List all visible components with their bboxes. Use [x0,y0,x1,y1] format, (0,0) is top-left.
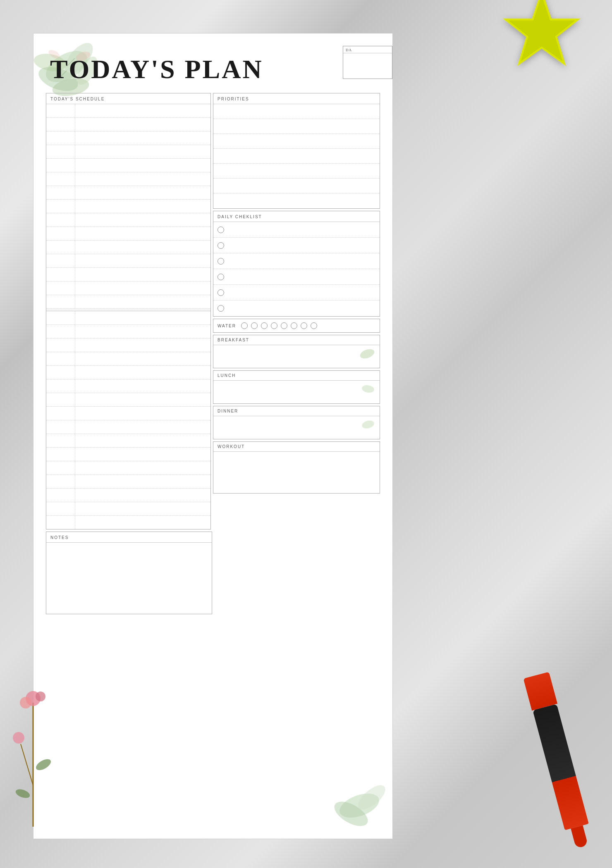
schedule-line[interactable] [75,254,210,267]
schedule-row[interactable] [46,200,210,213]
schedule-row[interactable] [46,145,210,159]
checklist-row[interactable] [213,269,380,285]
priority-row[interactable] [213,134,380,149]
schedule-row[interactable] [46,118,210,131]
schedule-row[interactable] [46,254,210,268]
schedule-row[interactable] [46,186,210,200]
priority-row[interactable] [213,119,380,134]
schedule-line[interactable] [75,311,210,324]
priority-row[interactable] [213,193,380,208]
schedule-row[interactable] [46,434,210,448]
water-circle-7[interactable] [301,322,307,329]
schedule-line[interactable] [75,379,210,393]
check-circle[interactable] [218,258,224,265]
schedule-line[interactable] [75,475,210,488]
schedule-line[interactable] [75,186,210,199]
checklist-text[interactable] [228,273,375,281]
checklist-text[interactable] [228,289,375,297]
schedule-row[interactable] [46,281,210,295]
checklist-row[interactable] [213,222,380,238]
schedule-line[interactable] [75,213,210,227]
check-circle[interactable] [218,305,224,312]
schedule-row[interactable] [46,379,210,393]
schedule-line[interactable] [75,366,210,379]
schedule-row[interactable] [46,448,210,461]
check-circle[interactable] [218,289,224,296]
schedule-line[interactable] [75,325,210,338]
schedule-line[interactable] [75,145,210,158]
schedule-line[interactable] [75,420,210,434]
schedule-line[interactable] [75,172,210,186]
schedule-row[interactable] [46,516,210,529]
workout-content[interactable] [213,452,380,493]
schedule-line[interactable] [75,241,210,254]
schedule-row[interactable] [46,352,210,366]
priority-row[interactable] [213,164,380,179]
schedule-line[interactable] [75,200,210,213]
checklist-row[interactable] [213,285,380,300]
checklist-row[interactable] [213,238,380,253]
water-circle-5[interactable] [281,322,287,329]
breakfast-content[interactable] [213,345,380,368]
schedule-line[interactable] [75,295,210,308]
priority-row[interactable] [213,104,380,119]
checklist-row[interactable] [213,300,380,316]
schedule-line[interactable] [75,407,210,420]
schedule-row[interactable] [46,295,210,309]
schedule-line[interactable] [75,461,210,475]
schedule-row[interactable] [46,241,210,254]
schedule-row[interactable] [46,420,210,434]
schedule-line[interactable] [75,227,210,240]
schedule-row[interactable] [46,227,210,241]
check-circle[interactable] [218,242,224,249]
schedule-row[interactable] [46,461,210,475]
check-circle[interactable] [218,274,224,280]
check-circle[interactable] [218,227,224,233]
lunch-content[interactable] [213,381,380,403]
water-circle-6[interactable] [291,322,297,329]
checklist-row[interactable] [213,253,380,269]
schedule-row[interactable] [46,339,210,352]
checklist-text[interactable] [228,226,375,234]
schedule-line[interactable] [75,268,210,281]
schedule-row[interactable] [46,131,210,145]
schedule-line[interactable] [75,104,210,117]
schedule-row[interactable] [46,268,210,281]
schedule-line[interactable] [75,339,210,352]
priority-row[interactable] [213,179,380,193]
schedule-line[interactable] [75,448,210,461]
schedule-line[interactable] [75,159,210,172]
schedule-line[interactable] [75,352,210,365]
schedule-row[interactable] [46,366,210,379]
schedule-row[interactable] [46,407,210,420]
schedule-line[interactable] [75,118,210,131]
schedule-row[interactable] [46,213,210,227]
schedule-row[interactable] [46,475,210,489]
water-circle-3[interactable] [261,322,268,329]
schedule-row[interactable] [46,159,210,172]
schedule-row[interactable] [46,393,210,407]
schedule-row[interactable] [46,325,210,339]
schedule-row[interactable] [46,489,210,502]
schedule-row[interactable] [46,311,210,325]
water-circle-4[interactable] [271,322,277,329]
schedule-line[interactable] [75,502,210,515]
water-circle-2[interactable] [251,322,258,329]
notes-content[interactable] [46,543,212,609]
priority-row[interactable] [213,149,380,164]
checklist-text[interactable] [228,304,375,312]
checklist-text[interactable] [228,241,375,250]
schedule-row[interactable] [46,104,210,118]
schedule-line[interactable] [75,393,210,406]
schedule-line[interactable] [75,434,210,447]
schedule-line[interactable] [75,281,210,295]
checklist-text[interactable] [228,257,375,265]
schedule-row[interactable] [46,502,210,516]
water-circle-1[interactable] [241,322,248,329]
water-circle-8[interactable] [311,322,317,329]
schedule-line[interactable] [75,489,210,502]
schedule-row[interactable] [46,172,210,186]
schedule-line[interactable] [75,131,210,145]
schedule-line[interactable] [75,516,210,529]
dinner-content[interactable] [213,416,380,439]
